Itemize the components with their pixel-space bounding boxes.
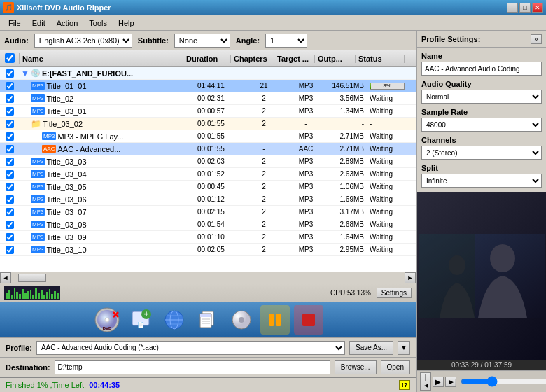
- add-button[interactable]: 📄 +: [126, 305, 155, 335]
- profile-select[interactable]: AAC - Advanced Audio Coding (*.aac): [36, 341, 345, 355]
- menu-action[interactable]: Action: [51, 18, 84, 29]
- minimize-button[interactable]: —: [507, 3, 518, 13]
- file-list-body[interactable]: ▼ 💿 E:[FAST_AND_FURIOU...: [0, 67, 416, 272]
- row-checkbox[interactable]: [6, 158, 14, 166]
- row-checkbox[interactable]: [6, 145, 14, 153]
- row-checkbox[interactable]: [6, 246, 14, 254]
- open-button[interactable]: Open: [381, 360, 410, 374]
- table-row[interactable]: AAC AAC - Advanced... 00:01:55 - AAC 2.7…: [0, 143, 416, 155]
- row-name: ▼ 💿 E:[FAST_AND_FURIOU...: [20, 69, 195, 78]
- maximize-button[interactable]: □: [519, 3, 531, 13]
- table-row[interactable]: MP3 Title_02 00:02:31 2 MP3 3.56MB Waiti…: [0, 92, 416, 105]
- scroll-left-btn[interactable]: ◄: [0, 272, 11, 284]
- row-checkbox[interactable]: [6, 208, 14, 216]
- header-duration-col: Duration: [183, 55, 231, 63]
- audio-select[interactable]: English AC3 2ch (0x80): [34, 34, 132, 48]
- destination-input[interactable]: [55, 360, 330, 374]
- row-checkbox[interactable]: [6, 195, 14, 204]
- row-checkbox[interactable]: [6, 107, 14, 115]
- close-button[interactable]: ✕: [532, 3, 543, 13]
- row-name: MP3 Title_02: [20, 94, 195, 103]
- header-status-col: Status: [356, 55, 405, 63]
- row-checkbox[interactable]: [6, 69, 14, 78]
- row-checkbox[interactable]: [6, 120, 14, 128]
- profile-expand-button[interactable]: ▼: [398, 341, 410, 355]
- select-all-checkbox[interactable]: [5, 53, 15, 63]
- row-checkbox[interactable]: [6, 170, 14, 178]
- scroll-track[interactable]: [11, 274, 405, 282]
- table-row[interactable]: MP3 Title_01_01 01:44:11 21 MP3 146.51MB…: [0, 80, 416, 92]
- horizontal-scrollbar[interactable]: ◄ ►: [0, 272, 416, 283]
- video-scrubber[interactable]: [461, 378, 546, 385]
- row-name: 📁 Title_03_02: [20, 119, 195, 129]
- sample-select[interactable]: 48000 44100 22050: [421, 118, 542, 132]
- save-as-button[interactable]: Save As...: [349, 341, 393, 355]
- subtitle-select[interactable]: None: [174, 34, 230, 48]
- table-row[interactable]: MP3 Title_03_09 00:01:10 2 MP3 1.64MB Wa…: [0, 231, 416, 244]
- row-duration: 00:02:31: [195, 94, 242, 102]
- app-icon: 🎵: [3, 2, 14, 13]
- row-duration: 00:01:52: [195, 170, 242, 178]
- vc-play-button[interactable]: ▶: [433, 377, 444, 387]
- svg-rect-17: [200, 314, 211, 317]
- table-row[interactable]: MP3 Title_03_07 00:02:15 2 MP3 3.17MB Wa…: [0, 206, 416, 218]
- scroll-right-btn[interactable]: ►: [405, 272, 416, 284]
- profile-label: Profile:: [6, 344, 32, 352]
- table-row[interactable]: ▼ 💿 E:[FAST_AND_FURIOU...: [0, 67, 416, 80]
- row-target: MP3: [286, 246, 326, 253]
- table-row[interactable]: MP3 Title_03_04 00:01:52 2 MP3 2.63MB Wa…: [0, 168, 416, 181]
- table-row[interactable]: MP3 Title_03_03 00:02:03 2 MP3 2.89MB Wa…: [0, 155, 416, 168]
- rip-button[interactable]: [227, 305, 256, 335]
- row-name: MP3 Title_03_05: [20, 183, 195, 191]
- name-field-input[interactable]: [421, 62, 542, 76]
- stop-button[interactable]: [294, 305, 323, 335]
- angle-select[interactable]: 1: [265, 34, 307, 48]
- vc-prev-button[interactable]: |◄: [420, 372, 431, 391]
- svg-text:DVD: DVD: [103, 326, 112, 330]
- table-row[interactable]: MP3 Title_03_06 00:01:12 2 MP3 1.69MB Wa…: [0, 193, 416, 206]
- file-name: MP3 - MPEG Lay...: [57, 132, 123, 141]
- vc-next-button[interactable]: ►|: [445, 377, 456, 387]
- table-row[interactable]: MP3 Title_03_08 00:01:54 2 MP3 2.68MB Wa…: [0, 218, 416, 231]
- row-checkbox[interactable]: [6, 94, 14, 103]
- row-chapters: 2: [242, 94, 286, 102]
- table-row[interactable]: MP3 Title_03_05 00:00:45 2 MP3 1.06MB Wa…: [0, 181, 416, 193]
- row-status: Waiting: [367, 233, 416, 241]
- table-row[interactable]: MP3 Title_03_10 00:02:05 2 MP3 2.95MB Wa…: [0, 244, 416, 256]
- menu-edit[interactable]: Edit: [27, 18, 51, 29]
- row-check: [0, 94, 20, 103]
- row-checkbox[interactable]: [6, 233, 14, 241]
- quality-select[interactable]: Normal Low Medium High Very High: [421, 90, 542, 104]
- audio-label: Audio:: [4, 36, 29, 45]
- row-duration: 00:01:12: [195, 195, 242, 203]
- menu-file[interactable]: File: [3, 18, 27, 29]
- row-duration: 00:02:15: [195, 208, 242, 216]
- open-dvd-button[interactable]: DVD: [92, 305, 122, 335]
- warning-icon[interactable]: !?: [399, 380, 410, 390]
- menu-tools[interactable]: Tools: [83, 18, 113, 29]
- row-target: MP3: [286, 170, 326, 178]
- row-checkbox[interactable]: [6, 82, 14, 90]
- menu-help[interactable]: Help: [113, 18, 140, 29]
- pause-button[interactable]: [260, 305, 290, 335]
- table-row[interactable]: MP3 MP3 - MPEG Lay... 00:01:55 - MP3 2.7…: [0, 130, 416, 143]
- settings-button[interactable]: Settings: [377, 288, 412, 298]
- header-check-col: [0, 53, 20, 64]
- copy-button[interactable]: [193, 305, 223, 335]
- row-checkbox[interactable]: [6, 132, 14, 141]
- profile-expand-btn[interactable]: »: [531, 34, 542, 44]
- table-row[interactable]: MP3 Title_03_01 00:00:57 2 MP3 1.34MB Wa…: [0, 105, 416, 118]
- split-select[interactable]: Infinite 10 MB 50 MB: [421, 174, 542, 188]
- video-total-time: 01:37:59: [484, 361, 512, 369]
- web-button[interactable]: [160, 305, 189, 335]
- scroll-thumb[interactable]: [18, 274, 46, 282]
- folder-icon: 💿: [31, 69, 41, 78]
- row-check: [0, 220, 20, 229]
- row-checkbox[interactable]: [6, 220, 14, 229]
- table-row[interactable]: 📁 Title_03_02 00:01:55 2 - - -: [0, 118, 416, 130]
- row-target: MP3: [286, 132, 326, 140]
- disc-name: E:[FAST_AND_FURIOU...: [42, 69, 133, 78]
- row-checkbox[interactable]: [6, 183, 14, 191]
- browse-button[interactable]: Browse...: [335, 360, 377, 374]
- channels-select[interactable]: 2 (Stereo) 1 (Mono): [421, 146, 542, 160]
